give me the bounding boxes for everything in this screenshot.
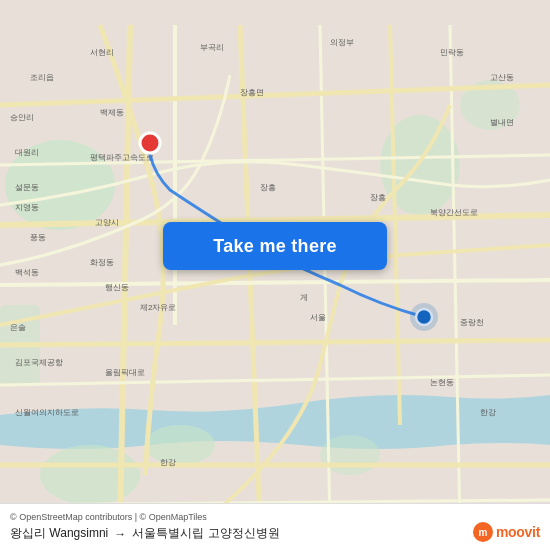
map-background: 조리읍 서현리 부곡리 의정부 민락동 고산동 별내면 승안리 대원리 백제동 … [0,0,550,550]
svg-text:올림픽대로: 올림픽대로 [105,368,145,377]
moovit-logo: m moovit [473,522,540,542]
svg-text:지영동: 지영동 [15,203,39,212]
svg-text:장흥: 장흥 [370,193,386,202]
svg-text:서울: 서울 [310,313,326,322]
svg-text:한강: 한강 [480,408,496,417]
bottom-bar: © OpenStreetMap contributors | © OpenMap… [0,503,550,550]
svg-text:제2자유로: 제2자유로 [140,303,176,312]
map-container: 조리읍 서현리 부곡리 의정부 민락동 고산동 별내면 승안리 대원리 백제동 … [0,0,550,550]
svg-point-2 [145,425,215,465]
svg-text:부곡리: 부곡리 [200,43,224,52]
svg-text:한강: 한강 [160,458,176,467]
svg-text:조리읍: 조리읍 [30,73,54,82]
route-info: 왕십리 Wangsimni → 서울특별시립 고양정신병원 [10,525,540,542]
svg-text:장흥면: 장흥면 [240,88,264,97]
moovit-logo-text: moovit [496,524,540,540]
svg-text:게: 게 [300,293,308,302]
take-me-there-button[interactable]: Take me there [163,222,387,270]
svg-text:평택파주고속도로: 평택파주고속도로 [90,153,154,162]
svg-text:고양시: 고양시 [95,218,119,227]
svg-text:설문동: 설문동 [15,183,39,192]
svg-text:은솔: 은솔 [10,323,26,332]
svg-text:대원리: 대원리 [15,148,39,157]
route-to: 서울특별시립 고양정신병원 [132,525,279,542]
svg-text:백제동: 백제동 [100,108,124,117]
svg-text:고산동: 고산동 [490,73,514,82]
moovit-logo-icon: m [473,522,493,542]
svg-text:민락동: 민락동 [440,48,464,57]
route-from: 왕십리 Wangsimni [10,525,108,542]
svg-point-5 [40,445,140,505]
svg-text:김포국제공항: 김포국제공항 [15,358,63,367]
route-arrow: → [114,527,126,541]
svg-text:신월여의지하도로: 신월여의지하도로 [15,408,79,417]
svg-point-57 [140,133,160,153]
svg-text:장흥: 장흥 [260,183,276,192]
svg-text:북양간선도로: 북양간선도로 [430,208,478,217]
svg-text:중랑천: 중랑천 [460,318,484,327]
svg-text:승안리: 승안리 [10,113,34,122]
svg-point-59 [410,303,438,331]
svg-text:의정부: 의정부 [330,38,354,47]
svg-text:별내면: 별내면 [490,118,514,127]
svg-text:서현리: 서현리 [90,48,114,57]
svg-text:화정동: 화정동 [90,258,114,267]
svg-text:행신동: 행신동 [105,283,129,292]
attribution-text: © OpenStreetMap contributors | © OpenMap… [10,512,540,522]
svg-text:논현동: 논현동 [430,378,454,387]
svg-text:백석동: 백석동 [15,268,39,277]
svg-text:풍동: 풍동 [30,233,46,242]
